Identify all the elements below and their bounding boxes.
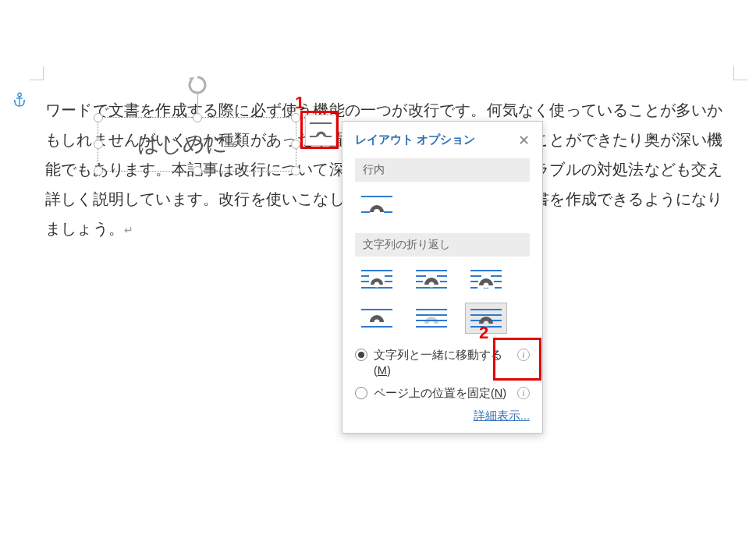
info-icon[interactable]: i <box>517 349 530 361</box>
svg-point-37 <box>429 321 435 327</box>
wrap-options <box>355 264 530 333</box>
wrap-inline-icon <box>309 121 332 140</box>
wrap-through-option[interactable] <box>466 264 506 294</box>
resize-handle[interactable] <box>94 166 103 175</box>
wrap-inline-option[interactable] <box>357 189 397 219</box>
wrap-through-icon <box>469 267 503 291</box>
wrap-tight-icon <box>414 267 449 291</box>
radio-icon[interactable] <box>355 349 367 361</box>
svg-point-33 <box>484 283 489 289</box>
wrap-square-icon <box>360 267 394 291</box>
rotate-handle-icon[interactable] <box>186 74 208 96</box>
paragraph-mark-icon: ↵ <box>231 136 243 153</box>
paragraph-mark-icon: ↵ <box>124 225 133 236</box>
resize-handle[interactable] <box>291 140 300 149</box>
svg-point-6 <box>319 134 324 139</box>
resize-handle[interactable] <box>291 166 300 175</box>
popup-footer: 詳細表示... <box>355 409 530 423</box>
wrap-top-bottom-icon <box>360 306 394 330</box>
wrap-inline-icon <box>360 193 394 216</box>
wrap-behind-text-option[interactable] <box>411 303 452 333</box>
svg-point-24 <box>429 282 435 288</box>
wrap-tight-option[interactable] <box>411 264 452 294</box>
radio-move-with-text[interactable]: 文字列と一緒に移動する(M) i <box>355 347 530 379</box>
layout-options-popup: レイアウト オプション ✕ 行内 文字列の折り返し <box>342 121 543 434</box>
resize-handle[interactable] <box>193 113 202 122</box>
svg-point-17 <box>374 282 380 288</box>
more-details-link[interactable]: 詳細表示... <box>474 409 530 422</box>
annotation-number-2: 2 <box>479 323 488 343</box>
inserted-textbox[interactable]: はじめに ↵ <box>98 117 296 172</box>
info-icon[interactable]: i <box>517 387 530 399</box>
resize-handle[interactable] <box>291 113 300 122</box>
inline-options <box>355 189 530 219</box>
popup-title: レイアウト オプション <box>355 133 475 147</box>
annotation-number-1: 1 <box>295 93 304 113</box>
svg-point-0 <box>18 93 21 96</box>
margin-mark <box>30 66 44 80</box>
popup-header: レイアウト オプション ✕ <box>355 133 530 147</box>
svg-point-36 <box>374 320 380 325</box>
svg-point-10 <box>374 209 380 215</box>
margin-mark <box>733 66 747 80</box>
radio-fix-position[interactable]: ページ上の位置を固定(N) i <box>355 385 530 401</box>
wrap-behind-icon <box>414 306 449 330</box>
close-icon[interactable]: ✕ <box>518 133 530 147</box>
section-inline-label: 行内 <box>355 158 530 182</box>
wrap-square-option[interactable] <box>357 264 397 294</box>
textbox-content[interactable]: はじめに <box>137 129 228 159</box>
resize-handle[interactable] <box>94 140 103 149</box>
radio-label: ページ上の位置を固定(N) <box>374 385 511 401</box>
resize-handle[interactable] <box>94 113 103 122</box>
rotate-handle-stem <box>197 94 198 113</box>
resize-handle[interactable] <box>193 166 202 175</box>
layout-options-button[interactable] <box>305 115 336 146</box>
wrap-top-bottom-option[interactable] <box>357 303 397 333</box>
radio-icon[interactable] <box>355 387 367 399</box>
section-wrap-label: 文字列の折り返し <box>355 233 530 257</box>
anchor-icon <box>12 92 27 108</box>
radio-label: 文字列と一緒に移動する(M) <box>374 347 511 379</box>
